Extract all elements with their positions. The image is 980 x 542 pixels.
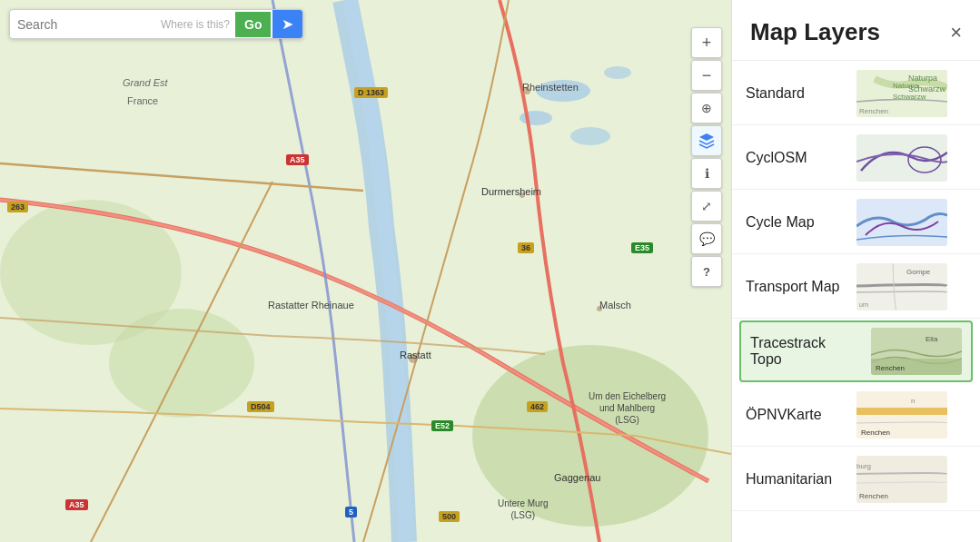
- layer-traces-label: Tracestrack Topo: [750, 335, 860, 368]
- svg-text:Renchen: Renchen: [861, 429, 890, 437]
- layer-transport[interactable]: Transport Map Gompe urn: [732, 256, 980, 319]
- help-button[interactable]: ?: [691, 256, 722, 287]
- search-bar[interactable]: Where is this? Go ➤: [9, 9, 303, 39]
- layer-cyclosm[interactable]: CyclOSM: [732, 127, 980, 190]
- label-rastatter: Rastatter Rheinaue: [268, 300, 354, 310]
- label-gaggenau: Gaggenau: [554, 472, 600, 483]
- svg-point-4: [604, 66, 631, 79]
- layer-cyclemap-label: Cycle Map: [746, 214, 846, 231]
- road-263: 263: [7, 202, 28, 212]
- label-malsch: Malsch: [599, 300, 631, 310]
- go-button[interactable]: Go: [235, 12, 271, 37]
- info-button[interactable]: ℹ: [691, 158, 722, 189]
- panel-header: Map Layers ×: [732, 0, 980, 61]
- layers-panel: Map Layers × Standard Naturpa Schwarzw R…: [731, 0, 980, 542]
- layer-standard-label: Standard: [746, 85, 846, 102]
- svg-text:urn: urn: [859, 301, 868, 308]
- road-5: 5: [345, 507, 357, 517]
- map-area[interactable]: Grand Est France Rheinstetten Durmershei…: [0, 0, 731, 542]
- zoom-in-button[interactable]: +: [691, 27, 722, 58]
- layer-transport-label: Transport Map: [746, 279, 846, 295]
- layer-humanitarian-thumb: Renchen burg: [856, 456, 947, 503]
- directions-button[interactable]: ➤: [272, 10, 302, 38]
- zoom-out-button[interactable]: −: [691, 60, 722, 91]
- svg-text:Naturpa: Naturpa: [893, 82, 919, 90]
- svg-text:burg: burg: [856, 462, 871, 470]
- svg-point-3: [570, 127, 610, 145]
- map-controls: + − ⊕ ℹ ⤢ 💬 ?: [691, 27, 722, 287]
- search-hint: Where is this?: [155, 18, 235, 31]
- road-36: 36: [518, 242, 534, 253]
- layer-humanitarian-label: Humanitarian: [746, 471, 846, 488]
- label-rheinstetten: Rheinstetten: [522, 82, 579, 93]
- road-500: 500: [439, 511, 460, 522]
- layer-cyclemap-thumb: [856, 199, 947, 246]
- map-background: [0, 0, 731, 542]
- label-grand-est: Grand Est: [123, 77, 168, 88]
- svg-text:Ella: Ella: [926, 335, 938, 343]
- label-rastatt: Rastatt: [400, 350, 431, 360]
- share-button[interactable]: ⤢: [691, 191, 722, 222]
- layer-cyclemap[interactable]: Cycle Map: [732, 192, 980, 254]
- layer-cyclosm-thumb: [856, 134, 947, 182]
- layer-opnv[interactable]: ÖPNVKarte Renchen n: [732, 384, 980, 447]
- layer-traces[interactable]: Tracestrack Topo Renchen Ella: [739, 320, 973, 382]
- layer-standard[interactable]: Standard Naturpa Schwarzw Renchen: [732, 63, 980, 125]
- layer-transport-thumb: Gompe urn: [856, 263, 947, 310]
- layer-standard-thumb: Naturpa Schwarzw Renchen: [856, 70, 947, 117]
- label-durmersheim: Durmersheim: [481, 186, 541, 197]
- comment-button[interactable]: 💬: [691, 223, 722, 254]
- layer-opnv-thumb: Renchen n: [856, 391, 947, 439]
- road-a35-bot: A35: [65, 499, 88, 510]
- label-untere-murg: Untere Murg(LSG): [498, 498, 549, 521]
- panel-title: Map Layers: [750, 18, 880, 46]
- layers-icon: [698, 133, 715, 149]
- road-d1363: D 1363: [354, 87, 388, 98]
- layer-humanitarian[interactable]: Humanitarian Renchen burg: [732, 448, 980, 511]
- svg-text:Renchen: Renchen: [876, 364, 905, 372]
- layer-opnv-label: ÖPNVKarte: [746, 407, 846, 423]
- svg-text:n: n: [911, 397, 915, 405]
- road-e35: E35: [631, 242, 653, 253]
- svg-rect-27: [856, 408, 947, 415]
- road-e52: E52: [431, 420, 453, 431]
- layer-traces-thumb: Renchen Ella: [871, 328, 962, 375]
- label-france: France: [127, 95, 158, 106]
- svg-text:Renchen: Renchen: [859, 492, 888, 500]
- svg-text:Renchen: Renchen: [859, 107, 888, 115]
- layers-button[interactable]: [691, 125, 722, 156]
- label-eichelberg: Um den Eichelbergund Mahlberg(LSG): [589, 390, 666, 426]
- svg-text:Gompe: Gompe: [906, 268, 931, 276]
- search-input[interactable]: [10, 12, 155, 37]
- svg-rect-18: [856, 199, 947, 246]
- road-462: 462: [527, 401, 548, 412]
- close-button[interactable]: ×: [950, 23, 962, 43]
- layers-list: Standard Naturpa Schwarzw Renchen CyclOS…: [732, 61, 980, 542]
- svg-point-2: [520, 111, 552, 125]
- road-d504: D504: [247, 401, 274, 412]
- location-button[interactable]: ⊕: [691, 93, 722, 123]
- road-a35-top: A35: [286, 154, 309, 165]
- layer-cyclosm-label: CyclOSM: [746, 150, 846, 166]
